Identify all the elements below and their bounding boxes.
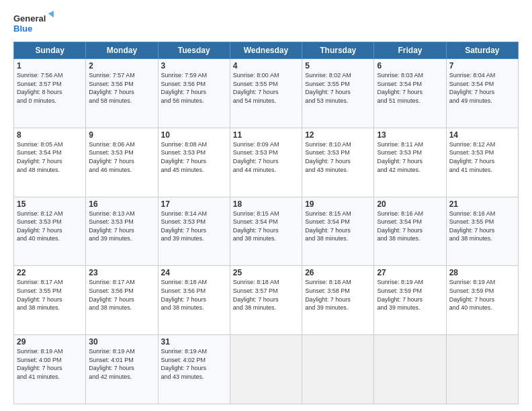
day-number: 21	[449, 199, 515, 209]
day-number: 28	[449, 268, 515, 277]
calendar-cell	[446, 335, 518, 404]
calendar-cell: 2Sunrise: 7:57 AMSunset: 3:56 PMDaylight…	[86, 59, 158, 128]
day-detail: Sunrise: 8:12 AMSunset: 3:53 PMDaylight:…	[17, 210, 83, 243]
svg-text:General: General	[13, 13, 46, 24]
day-number: 6	[377, 61, 443, 71]
day-detail: Sunrise: 8:02 AMSunset: 3:55 PMDaylight:…	[305, 71, 371, 105]
calendar-cell: 27Sunrise: 8:19 AMSunset: 3:59 PMDayligh…	[374, 266, 446, 335]
day-detail: Sunrise: 8:14 AMSunset: 3:53 PMDaylight:…	[161, 210, 227, 243]
calendar-cell: 21Sunrise: 8:16 AMSunset: 3:55 PMDayligh…	[446, 197, 518, 266]
day-detail: Sunrise: 8:09 AMSunset: 3:53 PMDaylight:…	[233, 140, 299, 174]
weekday-thursday: Thursday	[302, 42, 374, 59]
calendar-cell: 8Sunrise: 8:05 AMSunset: 3:54 PMDaylight…	[14, 128, 86, 197]
logo-svg: General Blue	[13, 11, 54, 35]
weekday-friday: Friday	[374, 42, 446, 59]
calendar-cell	[374, 335, 446, 404]
calendar-cell: 28Sunrise: 8:19 AMSunset: 3:59 PMDayligh…	[446, 266, 518, 335]
day-detail: Sunrise: 8:18 AMSunset: 3:56 PMDaylight:…	[161, 278, 227, 312]
day-number: 3	[161, 61, 227, 71]
calendar-cell: 17Sunrise: 8:14 AMSunset: 3:53 PMDayligh…	[158, 197, 230, 266]
weekday-wednesday: Wednesday	[230, 42, 302, 59]
day-detail: Sunrise: 8:16 AMSunset: 3:55 PMDaylight:…	[449, 210, 515, 243]
calendar-cell: 22Sunrise: 8:17 AMSunset: 3:55 PMDayligh…	[14, 266, 86, 335]
day-detail: Sunrise: 8:19 AMSunset: 4:00 PMDaylight:…	[17, 347, 83, 381]
day-number: 13	[377, 130, 443, 140]
day-number: 2	[89, 61, 154, 71]
calendar-table: SundayMondayTuesdayWednesdayThursdayFrid…	[13, 42, 519, 404]
day-detail: Sunrise: 7:56 AMSunset: 3:57 PMDaylight:…	[17, 71, 83, 105]
logo: General Blue	[13, 11, 54, 35]
calendar-cell: 29Sunrise: 8:19 AMSunset: 4:00 PMDayligh…	[14, 335, 86, 404]
calendar-cell: 25Sunrise: 8:18 AMSunset: 3:57 PMDayligh…	[230, 266, 302, 335]
day-detail: Sunrise: 8:19 AMSunset: 4:02 PMDaylight:…	[161, 347, 227, 381]
day-detail: Sunrise: 8:03 AMSunset: 3:54 PMDaylight:…	[377, 71, 443, 105]
day-number: 22	[17, 268, 83, 277]
day-detail: Sunrise: 8:15 AMSunset: 3:54 PMDaylight:…	[233, 210, 299, 243]
day-number: 16	[89, 199, 154, 209]
day-detail: Sunrise: 8:08 AMSunset: 3:53 PMDaylight:…	[161, 140, 227, 174]
calendar-cell: 4Sunrise: 8:00 AMSunset: 3:55 PMDaylight…	[230, 59, 302, 128]
day-number: 27	[377, 268, 443, 277]
day-number: 18	[233, 199, 299, 209]
day-detail: Sunrise: 8:17 AMSunset: 3:55 PMDaylight:…	[17, 278, 83, 312]
day-detail: Sunrise: 8:19 AMSunset: 3:59 PMDaylight:…	[449, 278, 515, 312]
day-detail: Sunrise: 8:00 AMSunset: 3:55 PMDaylight:…	[233, 71, 299, 105]
day-detail: Sunrise: 8:10 AMSunset: 3:53 PMDaylight:…	[305, 140, 371, 174]
day-detail: Sunrise: 8:17 AMSunset: 3:56 PMDaylight:…	[89, 278, 154, 312]
calendar-cell: 10Sunrise: 8:08 AMSunset: 3:53 PMDayligh…	[158, 128, 230, 197]
calendar-cell: 20Sunrise: 8:16 AMSunset: 3:54 PMDayligh…	[374, 197, 446, 266]
day-detail: Sunrise: 8:04 AMSunset: 3:54 PMDaylight:…	[449, 71, 515, 105]
day-number: 19	[305, 199, 371, 209]
calendar-cell: 19Sunrise: 8:15 AMSunset: 3:54 PMDayligh…	[302, 197, 374, 266]
day-number: 7	[449, 61, 515, 71]
calendar-cell: 9Sunrise: 8:06 AMSunset: 3:53 PMDaylight…	[86, 128, 158, 197]
day-number: 25	[233, 268, 299, 277]
day-number: 29	[17, 337, 83, 347]
calendar-week-4: 22Sunrise: 8:17 AMSunset: 3:55 PMDayligh…	[14, 266, 519, 335]
calendar-cell: 11Sunrise: 8:09 AMSunset: 3:53 PMDayligh…	[230, 128, 302, 197]
day-detail: Sunrise: 8:19 AMSunset: 4:01 PMDaylight:…	[89, 347, 154, 381]
calendar-cell: 14Sunrise: 8:12 AMSunset: 3:53 PMDayligh…	[446, 128, 518, 197]
day-number: 15	[17, 199, 83, 209]
day-number: 4	[233, 61, 299, 71]
day-detail: Sunrise: 8:12 AMSunset: 3:53 PMDaylight:…	[449, 140, 515, 174]
day-detail: Sunrise: 7:59 AMSunset: 3:56 PMDaylight:…	[161, 71, 227, 105]
calendar-cell: 13Sunrise: 8:11 AMSunset: 3:53 PMDayligh…	[374, 128, 446, 197]
weekday-monday: Monday	[86, 42, 158, 59]
calendar-body: 1Sunrise: 7:56 AMSunset: 3:57 PMDaylight…	[14, 59, 519, 404]
calendar-cell	[302, 335, 374, 404]
calendar-cell: 24Sunrise: 8:18 AMSunset: 3:56 PMDayligh…	[158, 266, 230, 335]
page-header: General Blue	[13, 11, 519, 35]
calendar-cell	[230, 335, 302, 404]
calendar-cell: 18Sunrise: 8:15 AMSunset: 3:54 PMDayligh…	[230, 197, 302, 266]
day-number: 9	[89, 130, 154, 140]
calendar-week-2: 8Sunrise: 8:05 AMSunset: 3:54 PMDaylight…	[14, 128, 519, 197]
day-detail: Sunrise: 8:11 AMSunset: 3:53 PMDaylight:…	[377, 140, 443, 174]
calendar-week-1: 1Sunrise: 7:56 AMSunset: 3:57 PMDaylight…	[14, 59, 519, 128]
day-number: 24	[161, 268, 227, 277]
day-detail: Sunrise: 8:06 AMSunset: 3:53 PMDaylight:…	[89, 140, 154, 174]
day-number: 30	[89, 337, 154, 347]
day-detail: Sunrise: 8:19 AMSunset: 3:59 PMDaylight:…	[377, 278, 443, 312]
day-number: 17	[161, 199, 227, 209]
day-detail: Sunrise: 8:05 AMSunset: 3:54 PMDaylight:…	[17, 140, 83, 174]
day-number: 12	[305, 130, 371, 140]
calendar-cell: 16Sunrise: 8:13 AMSunset: 3:53 PMDayligh…	[86, 197, 158, 266]
day-detail: Sunrise: 8:18 AMSunset: 3:57 PMDaylight:…	[233, 278, 299, 312]
weekday-tuesday: Tuesday	[158, 42, 230, 59]
calendar-cell: 26Sunrise: 8:18 AMSunset: 3:58 PMDayligh…	[302, 266, 374, 335]
calendar-cell: 15Sunrise: 8:12 AMSunset: 3:53 PMDayligh…	[14, 197, 86, 266]
calendar-cell: 7Sunrise: 8:04 AMSunset: 3:54 PMDaylight…	[446, 59, 518, 128]
day-number: 23	[89, 268, 154, 277]
day-number: 14	[449, 130, 515, 140]
weekday-sunday: Sunday	[14, 42, 86, 59]
day-number: 11	[233, 130, 299, 140]
calendar-cell: 30Sunrise: 8:19 AMSunset: 4:01 PMDayligh…	[86, 335, 158, 404]
svg-marker-3	[48, 11, 54, 17]
calendar-cell: 5Sunrise: 8:02 AMSunset: 3:55 PMDaylight…	[302, 59, 374, 128]
day-detail: Sunrise: 7:57 AMSunset: 3:56 PMDaylight:…	[89, 71, 154, 105]
day-number: 10	[161, 130, 227, 140]
day-number: 1	[17, 61, 83, 71]
day-detail: Sunrise: 8:13 AMSunset: 3:53 PMDaylight:…	[89, 210, 154, 243]
calendar-cell: 23Sunrise: 8:17 AMSunset: 3:56 PMDayligh…	[86, 266, 158, 335]
